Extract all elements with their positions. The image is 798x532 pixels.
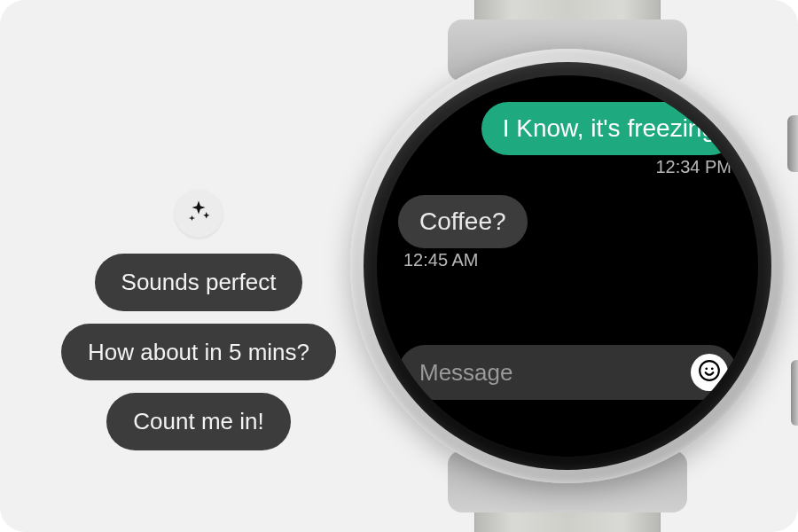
- svg-point-2: [711, 367, 714, 370]
- message-timestamp-received: 12:45 AM: [403, 250, 732, 270]
- sparkle-icon: [185, 199, 212, 229]
- compose-placeholder[interactable]: Message: [419, 359, 682, 387]
- smartwatch: I Know, it's freezing 12:34 PM Coffee? 1…: [337, 0, 798, 532]
- ai-suggestion-chip[interactable]: Count me in!: [106, 393, 290, 450]
- watch-screen[interactable]: I Know, it's freezing 12:34 PM Coffee? 1…: [377, 75, 758, 457]
- svg-point-0: [700, 361, 719, 380]
- ai-badge: [175, 190, 223, 238]
- watch-case: I Know, it's freezing 12:34 PM Coffee? 1…: [350, 49, 785, 483]
- watch-crown[interactable]: [787, 115, 798, 172]
- promo-stage: Sounds perfect How about in 5 mins? Coun…: [0, 0, 798, 532]
- svg-point-1: [705, 367, 708, 370]
- emoji-button[interactable]: [691, 354, 728, 391]
- watch-side-button[interactable]: [791, 360, 798, 426]
- compose-bar[interactable]: Message: [398, 345, 737, 400]
- message-timestamp-sent: 12:34 PM: [403, 157, 732, 177]
- smile-icon: [698, 359, 721, 386]
- message-bubble-received[interactable]: Coffee?: [398, 195, 528, 248]
- ai-suggestion-chip[interactable]: Sounds perfect: [95, 254, 303, 311]
- message-bubble-sent[interactable]: I Know, it's freezing: [481, 102, 737, 155]
- message-row-received: Coffee? 12:45 AM: [398, 195, 737, 270]
- watch-bezel: I Know, it's freezing 12:34 PM Coffee? 1…: [364, 62, 771, 470]
- message-row-sent: I Know, it's freezing 12:34 PM: [398, 102, 737, 177]
- ai-suggestion-chip[interactable]: How about in 5 mins?: [61, 324, 336, 381]
- ai-suggestions-stack: Sounds perfect How about in 5 mins? Coun…: [43, 190, 355, 450]
